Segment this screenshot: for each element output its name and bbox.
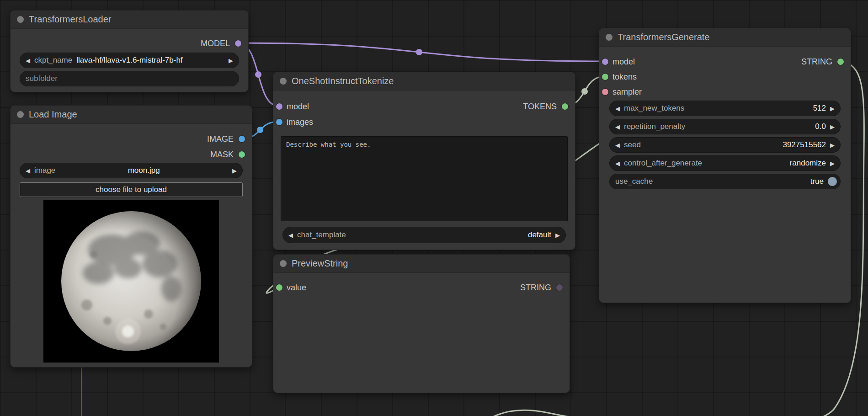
node-title-bar: PreviewString: [273, 255, 570, 273]
node-load-image[interactable]: Load Image IMAGE MASK ◀ image moon.jpg ▶…: [10, 105, 252, 368]
widget-value: 0.0: [815, 122, 826, 131]
slot-label: value: [287, 283, 306, 293]
decrement-arrow-icon[interactable]: ◀: [26, 58, 30, 64]
use-cache-widget[interactable]: use_cache true: [609, 174, 841, 189]
graph-canvas[interactable]: TransformersLoader MODEL ◀ ckpt_name lla…: [0, 0, 868, 416]
node-collapse-toggle[interactable]: [606, 34, 612, 41]
boolean-toggle-icon[interactable]: [828, 177, 837, 186]
slot-label: model: [287, 102, 309, 112]
output-slot-string: STRING: [801, 53, 844, 70]
slot-label: images: [287, 117, 313, 127]
input-slot-tokens: tokens: [602, 69, 637, 85]
widget-value: llava-hf/llava-v1.6-mistral-7b-hf: [76, 56, 182, 65]
input-slot-sampler: sampler: [602, 84, 642, 100]
node-preview-string[interactable]: PreviewString value STRING: [273, 254, 570, 393]
decrement-arrow-icon[interactable]: ◀: [288, 232, 293, 238]
slot-label: TOKENS: [523, 102, 557, 112]
chat-template-widget[interactable]: ◀ chat_template default ▶: [282, 227, 566, 243]
string-output-dot[interactable]: [837, 59, 844, 65]
model-input-dot[interactable]: [276, 103, 282, 110]
slot-label: sampler: [612, 87, 642, 97]
widget-label: seed: [624, 140, 641, 149]
output-slot-string: STRING: [520, 279, 563, 296]
model-input-dot[interactable]: [602, 59, 608, 65]
widget-label: max_new_tokens: [624, 104, 684, 113]
increment-arrow-icon[interactable]: ▶: [830, 160, 835, 166]
node-title: Load Image: [29, 109, 77, 120]
ckpt-name-widget[interactable]: ◀ ckpt_name llava-hf/llava-v1.6-mistral-…: [20, 53, 239, 68]
widget-value: randomize: [790, 159, 826, 168]
max-new-tokens-widget[interactable]: ◀ max_new_tokens 512 ▶: [609, 101, 841, 116]
repetition-penalty-widget[interactable]: ◀ repetition_penalty 0.0 ▶: [609, 119, 841, 134]
seed-widget[interactable]: ◀ seed 3927515562 ▶: [609, 137, 841, 153]
widget-label: chat_template: [297, 230, 346, 240]
link-dot-model-generate: [416, 49, 422, 55]
increment-arrow-icon[interactable]: ▶: [830, 124, 835, 130]
decrement-arrow-icon[interactable]: ◀: [26, 168, 30, 174]
node-transformers-loader[interactable]: TransformersLoader MODEL ◀ ckpt_name lla…: [10, 10, 249, 92]
widget-label: repetition_penalty: [624, 122, 685, 131]
widget-value: 3927515562: [783, 140, 826, 149]
increment-arrow-icon[interactable]: ▶: [555, 232, 560, 238]
input-slot-images: images: [276, 114, 313, 130]
slot-label: STRING: [520, 283, 551, 293]
increment-arrow-icon[interactable]: ▶: [830, 142, 835, 148]
output-slot-model: MODEL: [201, 35, 241, 52]
node-title-bar: Load Image: [11, 106, 252, 124]
widget-label: use_cache: [615, 177, 653, 186]
mask-output-dot[interactable]: [239, 151, 245, 158]
tokens-output-dot[interactable]: [562, 103, 568, 110]
node-title: TransformersGenerate: [618, 32, 710, 43]
choose-file-button[interactable]: choose file to upload: [20, 182, 243, 197]
images-input-dot[interactable]: [276, 119, 282, 125]
node-collapse-toggle[interactable]: [280, 78, 287, 85]
node-title: PreviewString: [292, 258, 348, 269]
node-title: TransformersLoader: [29, 14, 111, 25]
slot-label: MASK: [210, 150, 234, 160]
decrement-arrow-icon[interactable]: ◀: [615, 106, 620, 112]
moon-preview-image: [43, 200, 219, 363]
widget-value: 512: [813, 104, 826, 113]
value-input-dot[interactable]: [276, 284, 282, 291]
subfolder-widget[interactable]: subfolder: [20, 71, 239, 86]
node-title-bar: TransformersLoader: [11, 11, 248, 29]
model-output-dot[interactable]: [235, 40, 241, 47]
increment-arrow-icon[interactable]: ▶: [830, 106, 835, 112]
image-select-widget[interactable]: ◀ image moon.jpg ▶: [20, 163, 243, 178]
node-transformers-generate[interactable]: TransformersGenerate model tokens sample…: [599, 28, 851, 303]
input-slot-value: value: [276, 279, 306, 296]
slot-label: tokens: [612, 72, 637, 82]
image-output-dot[interactable]: [239, 136, 245, 142]
node-collapse-toggle[interactable]: [280, 260, 287, 267]
node-title: OneShotInstructTokenize: [292, 76, 394, 86]
widget-label: image: [34, 166, 55, 175]
node-collapse-toggle[interactable]: [17, 111, 24, 118]
node-oneshot-instruct-tokenize[interactable]: OneShotInstructTokenize model images TOK…: [273, 72, 575, 250]
widget-label: ckpt_name: [34, 56, 72, 65]
link-dot-image: [257, 127, 263, 133]
decrement-arrow-icon[interactable]: ◀: [615, 142, 620, 148]
output-slot-tokens: TOKENS: [523, 98, 568, 115]
slot-label: model: [612, 57, 635, 67]
decrement-arrow-icon[interactable]: ◀: [615, 124, 620, 130]
moon-illustration: [43, 200, 219, 363]
link-dot-model-tokenize: [255, 71, 261, 78]
widget-value: true: [810, 177, 824, 186]
increment-arrow-icon[interactable]: ▶: [232, 168, 237, 174]
input-slot-model: model: [602, 53, 635, 70]
increment-arrow-icon[interactable]: ▶: [229, 58, 233, 64]
link-dot-tokens: [581, 88, 588, 95]
node-collapse-toggle[interactable]: [17, 16, 24, 23]
output-slot-image: IMAGE: [207, 131, 245, 147]
widget-value: moon.jpg: [128, 166, 160, 175]
sampler-input-dot[interactable]: [602, 89, 608, 95]
string-output-dot[interactable]: [556, 284, 563, 291]
slot-label: STRING: [801, 57, 832, 67]
widget-label: control_after_generate: [624, 159, 702, 168]
node-title-bar: OneShotInstructTokenize: [273, 72, 575, 91]
tokens-input-dot[interactable]: [602, 74, 608, 80]
prompt-textarea[interactable]: Describe what you see.: [281, 136, 568, 221]
input-slot-model: model: [276, 98, 309, 115]
control-after-generate-widget[interactable]: ◀ control_after_generate randomize ▶: [609, 155, 841, 171]
decrement-arrow-icon[interactable]: ◀: [615, 160, 620, 166]
